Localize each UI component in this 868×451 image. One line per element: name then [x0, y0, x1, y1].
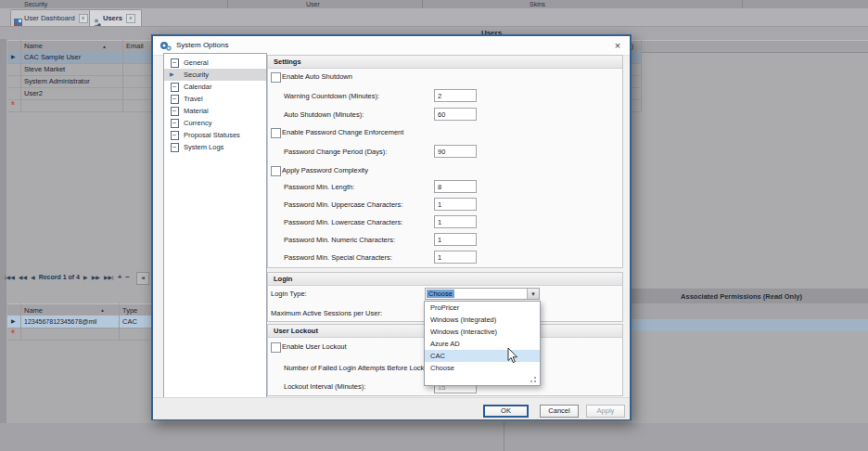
table-row[interactable]: User2	[24, 87, 43, 99]
page-icon	[171, 143, 179, 152]
tab-users[interactable]: Users x	[89, 9, 142, 26]
field-label: Password Min. Lowercase Characters:	[284, 217, 402, 228]
password-change-period-input[interactable]	[434, 145, 477, 158]
login-type-dropdown-list: ProPricer Windows (Integrated) Windows (…	[424, 301, 541, 386]
dropdown-item-windows-integrated[interactable]: Windows (Integrated)	[425, 314, 540, 326]
nav-item-label: Currency	[184, 117, 211, 129]
table-row[interactable]: CAC Sample User	[24, 51, 81, 63]
nav-item-security[interactable]: ▶ Security	[164, 69, 266, 81]
mouse-cursor-icon	[507, 348, 518, 368]
combobox-value: Choose	[427, 290, 454, 298]
login-type-combobox[interactable]: Choose ▾	[425, 288, 540, 300]
table-row-type[interactable]: CAC	[122, 316, 137, 328]
password-min-length-input[interactable]	[434, 180, 477, 193]
field-label: Auto Shutdown (Minutes):	[284, 110, 364, 121]
checkbox-apply-password-complexity[interactable]	[271, 166, 281, 176]
nav-last-button[interactable]: ▶▶|	[104, 274, 114, 280]
warning-countdown-input[interactable]	[434, 89, 477, 102]
system-options-dialog: System Options × General ▶ Security Cale…	[151, 34, 632, 420]
dropdown-item-cac[interactable]: CAC	[425, 350, 540, 362]
field-label: Password Min. Special Characters:	[284, 252, 392, 264]
cancel-button[interactable]: Cancel	[540, 405, 579, 418]
nav-item-calendar[interactable]: Calendar	[164, 81, 266, 93]
nav-item-general[interactable]: General	[164, 57, 266, 69]
nav-item-label: Proposal Statuses	[184, 129, 240, 141]
dropdown-item-azure-ad[interactable]: Azure AD	[425, 338, 540, 350]
permissions-selected-row	[615, 319, 868, 331]
nav-item-proposal-statuses[interactable]: Proposal Statuses	[164, 129, 266, 141]
permissions-panel-caption: Associated Permissions (Read Only)	[615, 288, 868, 304]
nav-delete-button[interactable]: −	[125, 273, 130, 281]
dropdown-item-windows-interactive[interactable]: Windows (Interactive)	[425, 326, 540, 338]
nav-prev-button[interactable]: ◀	[31, 274, 35, 280]
nav-add-button[interactable]: +	[118, 273, 122, 281]
dialog-title: System Options	[176, 36, 228, 55]
page-icon	[171, 83, 179, 92]
permissions-grid-header	[615, 303, 868, 320]
table-row[interactable]: Steve Market	[24, 63, 65, 75]
nav-item-label: Travel	[184, 93, 203, 105]
tab-close-icon[interactable]: x	[126, 14, 135, 23]
field-label: Password Min. Numeric Characters:	[284, 235, 395, 246]
document-tabbar: User Dashboard x Users x	[0, 8, 868, 26]
nav-item-label: Material	[184, 105, 209, 117]
checkbox-enable-user-lockout[interactable]	[271, 342, 281, 353]
row-indicator-icon: ▶	[11, 51, 16, 63]
nav-item-label: Calendar	[184, 81, 211, 93]
nav-item-label: System Logs	[184, 141, 223, 153]
user-gear-icon	[93, 14, 101, 22]
password-min-special-input[interactable]	[434, 251, 477, 264]
chevron-down-icon[interactable]: ▾	[527, 289, 539, 299]
ribbon-group-user: User	[306, 0, 320, 8]
field-label: Password Change Period (Days):	[284, 147, 387, 158]
dialog-footer: OK Cancel Apply	[153, 397, 630, 419]
nav-item-travel[interactable]: Travel	[164, 93, 266, 105]
application-window: Security User Skins User Dashboard x Use…	[0, 0, 868, 451]
field-label: Warning Countdown (Minutes):	[284, 91, 379, 102]
nav-item-label: General	[184, 57, 209, 69]
dropdown-item-choose[interactable]: Choose	[425, 362, 540, 374]
field-label: Password Min. Uppercase Characters:	[284, 200, 402, 211]
grid-line	[122, 40, 123, 111]
table-row-name[interactable]: 1234567812345678@mil	[24, 316, 96, 328]
auto-shutdown-input[interactable]	[434, 108, 477, 121]
nav-next-page-button[interactable]: ▶▶	[92, 274, 100, 280]
settings-group-header: Settings	[268, 56, 622, 69]
dropdown-resize-grip[interactable]	[425, 374, 540, 385]
page-icon	[171, 131, 179, 140]
left-panel-edge	[0, 39, 6, 451]
nav-item-system-logs[interactable]: System Logs	[164, 141, 266, 153]
field-label: Lockout Interval (Minutes):	[284, 381, 365, 393]
grid-line	[7, 328, 151, 329]
checkbox-label: Apply Password Complexity	[282, 165, 368, 176]
close-icon[interactable]: ×	[611, 39, 624, 52]
new-row-icon[interactable]: *	[11, 99, 15, 111]
record-navigator: |◀◀ ◀◀ ◀ Record 1 of 4 ▶ ▶▶ ▶▶| + −	[5, 271, 130, 283]
apply-button: Apply	[586, 405, 625, 418]
password-min-uppercase-input[interactable]	[434, 198, 477, 211]
page-icon	[171, 107, 179, 116]
accounts-grid: Name ▲ Type ▶ 1234567812345678@mil CAC *	[7, 303, 151, 340]
ok-button[interactable]: OK	[483, 405, 529, 418]
password-min-numeric-input[interactable]	[434, 233, 477, 246]
password-min-lowercase-input[interactable]	[434, 215, 477, 228]
checkbox-enable-auto-shutdown[interactable]	[271, 72, 281, 83]
ribbon-group-skins: Skins	[530, 0, 545, 8]
ribbon-separator	[742, 0, 743, 8]
nav-item-currency[interactable]: Currency	[164, 117, 266, 129]
grid-line	[7, 340, 151, 341]
nav-prev-page-button[interactable]: ◀◀	[19, 274, 27, 280]
nav-next-button[interactable]: ▶	[83, 274, 88, 280]
tab-label: Users	[103, 14, 122, 22]
dashboard-icon	[14, 14, 22, 22]
new-row-icon[interactable]: *	[11, 328, 15, 340]
login-group-header: Login	[268, 273, 622, 286]
checkbox-enable-password-change[interactable]	[271, 128, 281, 138]
hscroll-left-button[interactable]: ◀	[136, 272, 149, 285]
nav-first-button[interactable]: |◀◀	[5, 274, 15, 280]
tab-close-icon[interactable]: x	[79, 14, 88, 23]
dropdown-item-propricer[interactable]: ProPricer	[425, 302, 540, 314]
tab-user-dashboard[interactable]: User Dashboard x	[10, 9, 92, 26]
table-row[interactable]: System Administrator	[24, 75, 90, 87]
nav-item-material[interactable]: Material	[164, 105, 266, 117]
